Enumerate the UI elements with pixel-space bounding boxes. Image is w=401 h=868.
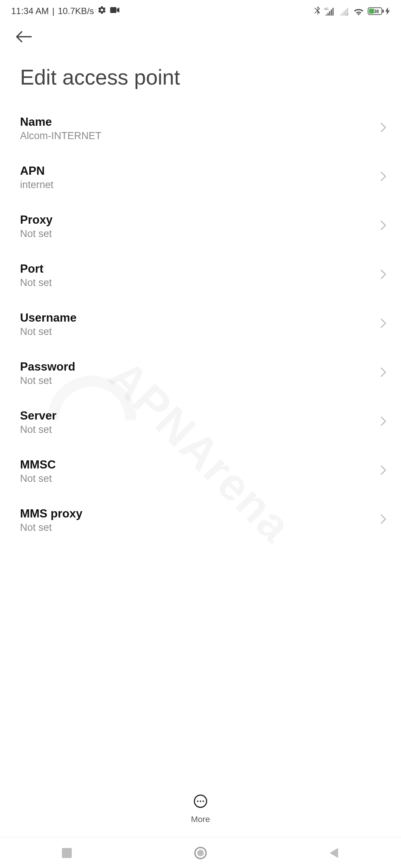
status-speed: 10.7KB/s: [58, 6, 94, 16]
chevron-right-icon: [380, 171, 387, 184]
status-time: 11:34 AM: [11, 6, 49, 16]
battery-icon: 38: [368, 7, 390, 16]
row-proxy[interactable]: Proxy Not set: [0, 202, 401, 251]
row-value: Not set: [20, 228, 375, 240]
row-label: Name: [20, 115, 375, 129]
svg-rect-5: [382, 10, 384, 13]
row-mms-proxy[interactable]: MMS proxy Not set: [0, 496, 401, 545]
chevron-right-icon: [380, 318, 387, 331]
row-label: Server: [20, 409, 375, 423]
row-value: Not set: [20, 424, 375, 436]
svg-rect-4: [369, 9, 374, 13]
nav-home-button[interactable]: [192, 844, 209, 861]
chevron-right-icon: [380, 514, 387, 527]
navigation-bar: [0, 837, 401, 868]
chevron-right-icon: [380, 367, 387, 380]
svg-point-7: [197, 800, 198, 802]
row-value: Not set: [20, 375, 375, 387]
nav-back-button[interactable]: [326, 844, 343, 861]
row-value: Not set: [20, 522, 375, 534]
signal-nosim-icon: x: [339, 7, 350, 16]
svg-text:x: x: [346, 13, 348, 16]
settings-list: Name Alcom-INTERNET APN internet Proxy N…: [0, 104, 401, 545]
svg-point-9: [202, 800, 204, 802]
chevron-right-icon: [380, 220, 387, 233]
nav-recent-button[interactable]: [59, 844, 75, 861]
page-title: Edit access point: [0, 53, 401, 104]
row-label: MMSC: [20, 458, 375, 471]
row-mmsc[interactable]: MMSC Not set: [0, 447, 401, 496]
svg-rect-0: [110, 7, 116, 13]
chevron-right-icon: [380, 416, 387, 429]
row-label: MMS proxy: [20, 507, 375, 520]
row-apn[interactable]: APN internet: [0, 153, 401, 202]
svg-point-8: [200, 800, 201, 802]
more-label: More: [191, 814, 210, 824]
row-server[interactable]: Server Not set: [0, 398, 401, 447]
header-bar: [0, 22, 401, 53]
svg-point-12: [197, 849, 204, 856]
signal-4g-icon: 4G: [324, 7, 335, 16]
bluetooth-icon: [314, 6, 321, 16]
chevron-right-icon: [380, 269, 387, 282]
status-right: 4G x 38: [314, 6, 390, 16]
row-value: internet: [20, 179, 375, 191]
row-value: Not set: [20, 473, 375, 485]
row-label: Proxy: [20, 213, 375, 227]
row-label: Port: [20, 262, 375, 276]
row-username[interactable]: Username Not set: [0, 300, 401, 349]
row-label: Username: [20, 311, 375, 325]
status-left: 11:34 AM | 10.7KB/s: [11, 6, 120, 17]
battery-percent-text: 38: [374, 9, 379, 14]
row-value: Alcom-INTERNET: [20, 130, 375, 142]
row-value: Not set: [20, 326, 375, 338]
status-bar: 11:34 AM | 10.7KB/s 4G x 38: [0, 0, 401, 22]
row-name[interactable]: Name Alcom-INTERNET: [0, 104, 401, 153]
row-password[interactable]: Password Not set: [0, 349, 401, 398]
back-button[interactable]: [16, 31, 32, 45]
more-icon: [193, 794, 208, 811]
video-icon: [110, 6, 120, 16]
svg-text:4G: 4G: [324, 7, 329, 11]
gear-icon: [97, 6, 106, 17]
chevron-right-icon: [380, 465, 387, 478]
row-label: APN: [20, 164, 375, 178]
row-port[interactable]: Port Not set: [0, 251, 401, 300]
wifi-icon: [353, 7, 364, 16]
status-separator: |: [52, 6, 54, 16]
bottom-more-button[interactable]: More: [0, 790, 401, 829]
row-value: Not set: [20, 277, 375, 289]
chevron-right-icon: [380, 122, 387, 135]
svg-rect-10: [62, 848, 72, 858]
row-label: Password: [20, 360, 375, 374]
